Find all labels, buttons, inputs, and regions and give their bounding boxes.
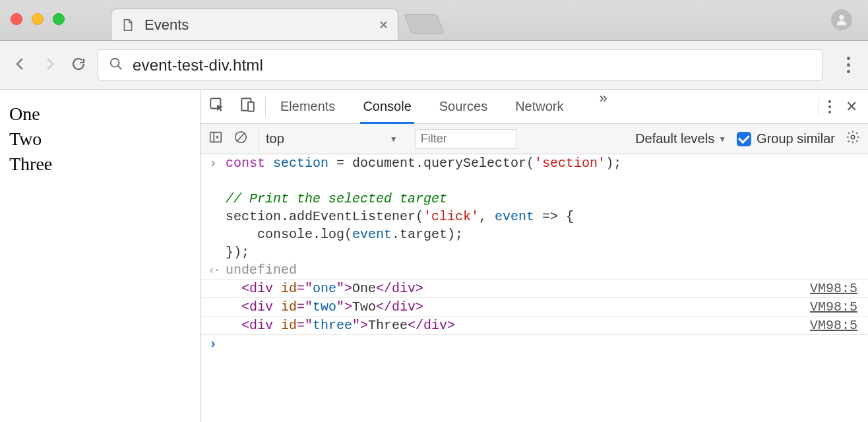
svg-point-0 <box>839 15 844 20</box>
devtools-menu-icon[interactable] <box>828 100 831 113</box>
log-levels-selector[interactable]: Default levels ▼ <box>635 131 726 146</box>
browser-tab[interactable]: Events ✕ <box>111 9 398 40</box>
profile-avatar-icon[interactable] <box>831 9 852 30</box>
tab-network[interactable]: Network <box>512 90 566 124</box>
chevron-down-icon: ▼ <box>718 135 726 144</box>
tab-elements[interactable]: Elements <box>278 90 338 124</box>
inspect-element-icon[interactable] <box>208 96 226 117</box>
console-settings-icon[interactable] <box>846 130 860 148</box>
log-levels-label: Default levels <box>635 131 714 146</box>
toggle-sidebar-icon[interactable] <box>208 130 223 148</box>
address-bar[interactable]: event-test-div.html <box>98 49 823 81</box>
reload-button[interactable] <box>69 56 88 74</box>
tab-sources[interactable]: Sources <box>437 90 490 124</box>
window-zoom-button[interactable] <box>53 13 65 25</box>
context-label: top <box>266 131 284 146</box>
page-content[interactable]: One Two Three <box>0 90 201 422</box>
device-toolbar-icon[interactable] <box>239 96 256 117</box>
browser-toolbar: event-test-div.html <box>0 41 868 90</box>
window-titlebar: Events ✕ <box>0 0 868 41</box>
devtools-close-icon[interactable]: ✕ <box>843 98 860 115</box>
group-similar-label: Group similar <box>757 131 835 146</box>
console-log-line: <div id="one">One</div> VM98:5 <box>201 279 868 297</box>
group-similar-toggle[interactable]: Group similar <box>737 131 835 146</box>
devtools-panel: Elements Console Sources Network » ✕ top… <box>201 90 868 422</box>
chevron-down-icon: ▼ <box>390 135 398 144</box>
address-bar-text: event-test-div.html <box>133 56 263 75</box>
page-line[interactable]: One <box>9 102 191 127</box>
page-line[interactable]: Two <box>9 127 191 152</box>
console-log-line: <div id="two">Two</div> VM98:5 <box>201 297 868 316</box>
console-output[interactable]: const section = document.querySelector('… <box>201 154 868 422</box>
context-selector[interactable]: top ▼ <box>259 129 404 149</box>
browser-menu-button[interactable] <box>839 57 857 73</box>
console-log-line: <div id="three">Three</div> VM98:5 <box>201 316 868 334</box>
svg-rect-4 <box>248 102 254 111</box>
search-icon <box>109 57 123 73</box>
source-link[interactable]: VM98:5 <box>810 316 857 334</box>
window-controls <box>11 13 65 25</box>
window-minimize-button[interactable] <box>32 13 44 25</box>
console-return-line: undefined <box>201 261 868 279</box>
clear-console-icon[interactable] <box>233 130 248 148</box>
tab-console[interactable]: Console <box>360 90 414 124</box>
filter-input[interactable] <box>415 129 516 149</box>
browser-tab-title: Events <box>144 16 369 34</box>
console-input-line: const section = document.querySelector('… <box>201 154 868 261</box>
svg-point-1 <box>111 59 119 67</box>
source-link[interactable]: VM98:5 <box>810 280 857 297</box>
back-button[interactable] <box>11 56 30 74</box>
console-prompt[interactable] <box>201 334 868 353</box>
page-line[interactable]: Three <box>9 152 191 177</box>
forward-button[interactable] <box>40 56 59 74</box>
devtools-tabbar: Elements Console Sources Network » ✕ <box>201 90 868 124</box>
window-close-button[interactable] <box>11 13 22 25</box>
new-tab-button[interactable] <box>404 14 445 34</box>
svg-point-7 <box>851 135 855 139</box>
more-tabs-icon[interactable]: » <box>600 90 607 124</box>
source-link[interactable]: VM98:5 <box>810 298 857 316</box>
console-toolbar: top ▼ Default levels ▼ Group similar <box>201 124 868 154</box>
tab-close-icon[interactable]: ✕ <box>379 18 388 32</box>
file-icon <box>121 18 135 32</box>
checkbox-checked-icon[interactable] <box>737 132 751 146</box>
